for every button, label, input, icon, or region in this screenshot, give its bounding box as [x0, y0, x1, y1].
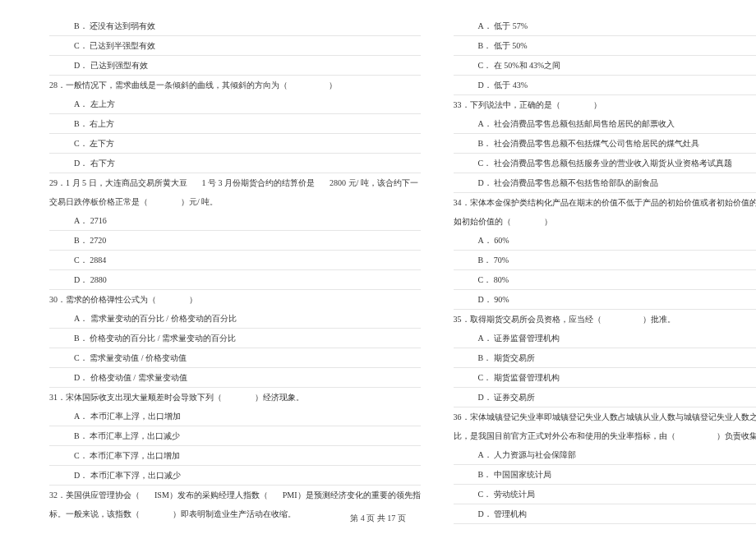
- option-line: D． 证券交易所: [454, 388, 756, 407]
- text: ）: [329, 81, 337, 90]
- text: 2800 元/ 吨，该合约下一: [330, 178, 418, 187]
- option-line: C． 需求量变动值 / 价格变动值: [49, 348, 421, 368]
- text: PMI）是预测经济变化的重要的领先指: [283, 490, 421, 499]
- page-footer: 第 4 页 共 17 页: [0, 513, 756, 524]
- text: 31．宋体国际收支出现大量顺差时会导致下列（: [49, 393, 222, 402]
- text: 32．美国供应管理协会（: [49, 490, 140, 499]
- option-line: C． 左下方: [49, 134, 421, 154]
- question-36-stem-line2: 比，是我国目前官方正式对外公布和使用的失业率指标，由（）负责收集数据。: [454, 426, 756, 445]
- option-line: B． 右上方: [49, 114, 421, 134]
- option-line: B． 还没有达到弱有效: [49, 16, 421, 36]
- option-line: D． 已达到强型有效: [49, 56, 421, 76]
- option-line: A． 2716: [49, 211, 421, 231]
- text: ）: [544, 217, 552, 226]
- option-line: C． 80%: [454, 270, 756, 290]
- text: 29．1 月 5 日，大连商品交易所黄大豆: [49, 178, 187, 187]
- page: B． 还没有达到弱有效 C． 已达到半强型有效 D． 已达到强型有效 28．一般…: [0, 0, 756, 534]
- text: 30．需求的价格弹性公式为（: [49, 295, 156, 304]
- option-line: A． 本币汇率上浮，出口增加: [49, 407, 421, 426]
- option-line: D． 本币汇率下浮，出口减少: [49, 466, 421, 486]
- option-line: B． 中国国家统计局: [454, 465, 756, 485]
- text: 如初始价值的（: [454, 217, 511, 226]
- text: 35．取得期货交易所会员资格，应当经（: [454, 315, 602, 324]
- option-line: C． 期货监督管理机构: [454, 368, 756, 388]
- option-line: B． 2720: [49, 231, 421, 251]
- option-line: C． 2884: [49, 251, 421, 270]
- option-line: D． 右下方: [49, 154, 421, 173]
- option-line: A． 需求量变动的百分比 / 价格变动的百分比: [49, 309, 421, 329]
- question-29-stem-line2: 交易日跌停板价格正常是（）元/ 吨。: [49, 192, 421, 211]
- question-29-stem-line1: 29．1 月 5 日，大连商品交易所黄大豆1 号 3 月份期货合约的结算价是28…: [49, 173, 421, 192]
- text: ）负责收集数据。: [717, 431, 756, 440]
- option-line: D． 价格变动值 / 需求量变动值: [49, 368, 421, 388]
- option-line: D． 90%: [454, 290, 756, 310]
- question-30-stem: 30．需求的价格弹性公式为（）: [49, 290, 421, 309]
- text: 交易日跌停板价格正常是（: [49, 197, 148, 206]
- question-31-stem: 31．宋体国际收支出现大量顺差时会导致下列（）经济现象。: [49, 388, 421, 407]
- question-36-stem-line1: 36．宋体城镇登记失业率即城镇登记失业人数占城镇从业人数与城镇登记失业人数之和的…: [454, 407, 756, 426]
- page-number: 第 4 页 共 17 页: [350, 513, 406, 522]
- text: 比，是我国目前官方正式对外公布和使用的失业率指标，由（: [454, 431, 675, 440]
- question-35-stem: 35．取得期货交易所会员资格，应当经（）批准。: [454, 310, 756, 329]
- option-line: A． 60%: [454, 231, 756, 251]
- question-33-stem: 33．下列说法中，正确的是（）: [454, 95, 756, 114]
- option-line: C． 在 50%和 43%之间: [454, 56, 756, 76]
- option-line: B． 社会消费品零售总额不包括煤气公司售给居民的煤气灶具: [454, 134, 756, 154]
- two-column-layout: B． 还没有达到弱有效 C． 已达到半强型有效 D． 已达到强型有效 28．一般…: [49, 16, 707, 524]
- option-line: A． 证券监督管理机构: [454, 329, 756, 348]
- text: ）批准。: [643, 315, 675, 324]
- option-line: B． 价格变动的百分比 / 需求量变动的百分比: [49, 329, 421, 348]
- option-line: D． 2880: [49, 270, 421, 290]
- option-line: A． 左上方: [49, 94, 421, 114]
- option-line: C． 本币汇率下浮，出口增加: [49, 446, 421, 466]
- text: 28．一般情况下，需求曲线是一条倾斜的曲线，其倾斜的方向为（: [49, 81, 288, 90]
- text: ）经济现象。: [255, 393, 304, 402]
- left-column: B． 还没有达到弱有效 C． 已达到半强型有效 D． 已达到强型有效 28．一般…: [49, 16, 421, 524]
- text: ）: [593, 100, 602, 109]
- question-32-stem-line1: 32．美国供应管理协会（ISM）发布的采购经理人指数（PMI）是预测经济变化的重…: [49, 486, 421, 504]
- option-line: C． 已达到半强型有效: [49, 36, 421, 56]
- option-line: C． 劳动统计局: [454, 485, 756, 504]
- text: ）: [189, 295, 197, 304]
- option-line: B． 低于 50%: [454, 36, 756, 56]
- question-34-stem-line1: 34．宋体本金保护类结构化产品在期末的价值不低于产品的初始价值或者初始价值的某个…: [454, 193, 756, 212]
- option-line: C． 社会消费品零售总额包括服务业的营业收入期货从业资格考试真题: [454, 154, 756, 173]
- text: ISM）发布的采购经理人指数（: [154, 490, 268, 499]
- right-column: A． 低于 57% B． 低于 50% C． 在 50%和 43%之间 D． 低…: [454, 16, 756, 524]
- option-line: B． 期货交易所: [454, 348, 756, 368]
- text: ）元/ 吨。: [181, 197, 218, 206]
- option-line: D． 低于 43%: [454, 76, 756, 95]
- option-line: B． 70%: [454, 251, 756, 270]
- option-line: A． 人力资源与社会保障部: [454, 445, 756, 465]
- option-line: D． 社会消费品零售总额不包括售给部队的副食品: [454, 173, 756, 193]
- question-28-stem: 28．一般情况下，需求曲线是一条倾斜的曲线，其倾斜的方向为（）: [49, 76, 421, 94]
- text: 1 号 3 月份期货合约的结算价是: [202, 178, 316, 187]
- question-34-stem-line2: 如初始价值的（）: [454, 212, 756, 231]
- option-line: B． 本币汇率上浮，出口减少: [49, 426, 421, 446]
- text: 33．下列说法中，正确的是（: [454, 100, 560, 109]
- option-line: A． 社会消费品零售总额包括邮局售给居民的邮票收入: [454, 114, 756, 134]
- option-line: A． 低于 57%: [454, 16, 756, 36]
